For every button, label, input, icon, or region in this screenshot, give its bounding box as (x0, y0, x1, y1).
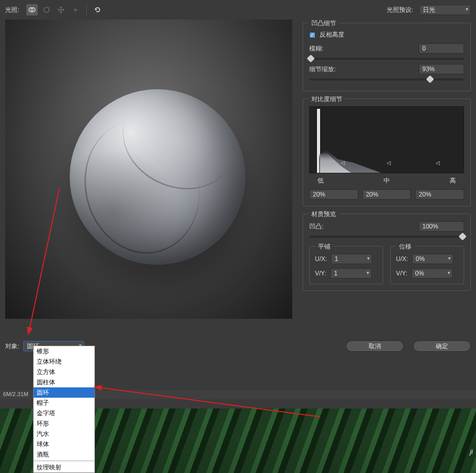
histogram-label-high: 高 (450, 176, 456, 185)
detail-scale-input[interactable]: 93% (419, 64, 464, 74)
dropdown-item-cylinder[interactable]: 圆柱体 (34, 377, 94, 387)
lighting-preset-select[interactable]: 日光 (419, 5, 471, 15)
dropdown-item-cone[interactable]: 锥形 (34, 346, 94, 356)
svg-point-2 (44, 7, 49, 12)
mat-bump-slider[interactable] (309, 236, 464, 238)
object-dropdown-menu: 锥形 立体环绕 立方体 圆柱体 圆环 帽子 金字塔 环形 汽水 球体 酒瓶 纹理… (33, 346, 95, 473)
group-material-preview: 材质预览 凹凸: 100% 平铺 U/X: 1 V/Y: 1 (303, 214, 471, 291)
offset-vy-select[interactable]: 0% (411, 268, 453, 279)
dropdown-item-bottle[interactable]: 酒瓶 (34, 449, 94, 460)
object-label: 对象: (5, 342, 19, 351)
mat-bump-slider-thumb[interactable] (458, 233, 467, 241)
cancel-button[interactable]: 取消 (346, 340, 404, 352)
settings-panel: 凹凸细节 ✓ 反相高度 模糊: 0 细节缩放: 93% 对比度细节 (292, 20, 471, 329)
offset-ux-select[interactable]: 0% (412, 254, 453, 264)
subgroup-tile: 平铺 U/X: 1 V/Y: 1 (309, 246, 383, 284)
mat-bump-label: 凹凸: (309, 222, 323, 231)
tile-vy-label: V/Y: (315, 270, 326, 277)
group-title-bump: 凹凸细节 (308, 19, 339, 28)
dropdown-item-sphere[interactable]: 球体 (34, 439, 94, 449)
undo-icon[interactable] (92, 4, 103, 15)
subgroup-title-offset: 位移 (396, 242, 415, 251)
corner-watermark: ji (470, 448, 473, 455)
dropdown-item-hat[interactable]: 帽子 (34, 398, 94, 408)
lighting-label: 光照: (5, 6, 19, 14)
group-title-material: 材质预览 (308, 210, 339, 219)
mat-bump-input[interactable]: 100% (419, 221, 464, 232)
dropdown-item-texture-map[interactable]: 纹理映射 (34, 462, 94, 472)
group-bump-detail: 凹凸细节 ✓ 反相高度 模糊: 0 细节缩放: 93% (303, 23, 471, 91)
group-title-contrast: 对比度细节 (308, 95, 345, 104)
dropdown-item-cube-wrap[interactable]: 立体环绕 (34, 356, 94, 367)
memory-status: 6M/2.31M (3, 391, 28, 397)
blur-label: 模糊: (309, 44, 323, 53)
contrast-mid-input[interactable]: 20% (362, 189, 411, 200)
group-contrast-detail: 对比度细节 ◁ ◁ ◁ 低 中 高 20% 20% 20% (303, 99, 471, 206)
dropdown-separator (34, 461, 94, 461)
dropdown-item-cube[interactable]: 立方体 (34, 367, 94, 377)
tile-ux-select[interactable]: 1 (331, 254, 372, 264)
blur-slider-thumb[interactable] (307, 55, 315, 63)
top-toolbar: 光照: 光照预设: 日光 (0, 0, 476, 20)
detail-scale-slider[interactable] (309, 78, 464, 80)
toolbar-separator (86, 4, 87, 15)
detail-scale-label: 细节缩放: (309, 65, 336, 74)
histogram-handle-mid[interactable]: ◁ (387, 160, 391, 166)
subgroup-title-tile: 平铺 (315, 242, 334, 251)
histogram-label-low: 低 (318, 176, 324, 185)
lighting-preset-value: 日光 (423, 6, 435, 14)
move-icon[interactable] (55, 4, 67, 15)
tile-vy-select[interactable]: 1 (330, 268, 372, 279)
dropdown-item-pyramid[interactable]: 金字塔 (34, 408, 94, 418)
svg-point-3 (75, 9, 76, 10)
blur-slider[interactable] (309, 58, 464, 60)
contrast-high-input[interactable]: 20% (415, 189, 464, 200)
lighting-preset-label: 光照预设: (387, 6, 413, 14)
dropdown-item-ring[interactable]: 环形 (34, 418, 94, 429)
histogram-handle-low[interactable]: ◁ (341, 160, 345, 166)
histogram-handle-high[interactable]: ◁ (436, 160, 440, 166)
contrast-low-input[interactable]: 20% (309, 189, 358, 200)
detail-scale-slider-thumb[interactable] (426, 75, 434, 84)
offset-ux-label: U/X: (396, 255, 408, 263)
light-tool-1[interactable] (26, 4, 38, 15)
preview-viewport[interactable] (5, 20, 292, 319)
dropdown-item-torus[interactable]: 圆环 (34, 387, 94, 398)
rotate-icon[interactable] (41, 4, 52, 15)
subgroup-offset: 位移 U/X: 0% V/Y: 0% (390, 246, 464, 284)
histogram[interactable]: ◁ ◁ ◁ (309, 106, 464, 173)
invert-height-checkbox[interactable]: ✓ (309, 32, 315, 38)
scale-icon[interactable] (70, 4, 81, 15)
invert-height-label: 反相高度 (320, 30, 344, 39)
blur-input[interactable]: 0 (419, 43, 464, 54)
tile-ux-label: U/X: (315, 255, 327, 263)
ok-button[interactable]: 确定 (413, 340, 471, 352)
preview-sphere (70, 89, 245, 265)
histogram-label-mid: 中 (384, 176, 390, 185)
offset-vy-label: V/Y: (396, 270, 407, 277)
dropdown-item-soda[interactable]: 汽水 (34, 429, 94, 439)
